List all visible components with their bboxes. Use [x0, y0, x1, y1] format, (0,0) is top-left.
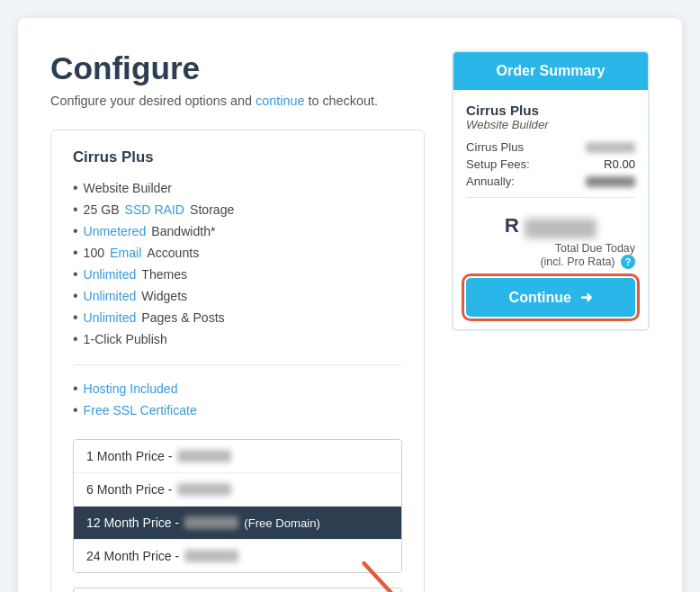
- option-12month[interactable]: 12 Month Price - (Free Domain): [74, 507, 401, 540]
- order-summary-header: Order Summary: [453, 52, 648, 90]
- feature-hosting: Hosting Included: [73, 378, 402, 399]
- option-1month-price: [177, 450, 231, 462]
- option-1month[interactable]: 1 Month Price -: [74, 440, 401, 473]
- option-24month-label: 24 Month Price -: [86, 549, 179, 563]
- extra-feature-list: Hosting Included Free SSL Certificate: [73, 378, 402, 421]
- feature-list: Website Builder 25 GB SSD RAID Storage U…: [73, 177, 402, 350]
- option-6month[interactable]: 6 Month Price -: [74, 473, 401, 507]
- order-cirrus-price: [586, 142, 635, 153]
- order-plan-name: Cirrus Plus: [466, 103, 635, 118]
- feature-publish: 1-Click Publish: [73, 328, 402, 350]
- feature-ssl: Free SSL Certificate: [73, 399, 402, 421]
- continue-arrow-icon: ➜: [580, 290, 592, 305]
- continue-button[interactable]: Continue ➜: [466, 278, 635, 317]
- feature-themes: Unlimited Themes: [73, 264, 402, 285]
- page-container: Configure Configure your desired options…: [18, 18, 682, 592]
- feature-divider: [73, 364, 402, 365]
- main-content: Configure Configure your desired options…: [50, 50, 425, 592]
- option-24month[interactable]: 24 Month Price -: [74, 540, 401, 572]
- option-12month-label: 12 Month Price -: [86, 516, 179, 530]
- order-setup-label: Setup Fees:: [466, 157, 530, 171]
- total-price-row: R: [466, 207, 635, 242]
- plan-title: Cirrus Plus: [73, 148, 402, 166]
- feature-storage: 25 GB SSD RAID Storage: [73, 199, 402, 220]
- total-label: Total Due Today (incl. Pro Rata) ?: [466, 242, 635, 269]
- feature-bandwidth: Unmetered Bandwidth*: [73, 220, 402, 242]
- currency-symbol: R: [505, 214, 519, 237]
- plan-box: Cirrus Plus Website Builder 25 GB SSD RA…: [50, 130, 425, 592]
- order-cirrus-label: Cirrus Plus: [466, 140, 524, 154]
- option-1month-label: 1 Month Price -: [86, 449, 172, 463]
- feature-pages: Unlimited Pages & Posts: [73, 307, 402, 328]
- pricing-dropdown[interactable]: 1 Month Price - 6 Month Price - 12 Month…: [73, 439, 402, 573]
- order-summary-box: Order Summary Cirrus Plus Website Builde…: [452, 50, 650, 331]
- order-summary-body: Cirrus Plus Website Builder Cirrus Plus …: [453, 90, 648, 329]
- option-6month-label: 6 Month Price -: [86, 482, 172, 497]
- page-subtitle: Configure your desired options and conti…: [50, 94, 425, 108]
- option-12month-price: [184, 516, 238, 529]
- page-title: Configure: [50, 50, 425, 86]
- order-row-setup: Setup Fees: R0.00: [466, 157, 635, 171]
- feature-website-builder: Website Builder: [73, 177, 402, 199]
- free-domain-badge-12: (Free Domain): [244, 516, 320, 530]
- option-24month-price: [184, 550, 238, 562]
- sidebar: Order Summary Cirrus Plus Website Builde…: [452, 50, 650, 592]
- feature-widgets: Unlimited Widgets: [73, 285, 402, 307]
- order-divider: [466, 197, 635, 198]
- order-annually-label: Annually:: [466, 175, 515, 188]
- order-annually-price: [586, 176, 635, 187]
- total-price-blur: [525, 219, 597, 238]
- feature-email: 100 Email Accounts: [73, 242, 402, 264]
- pro-rata-icon[interactable]: ?: [621, 255, 635, 269]
- order-row-annually: Annually:: [466, 175, 635, 188]
- order-setup-value: R0.00: [604, 157, 635, 171]
- continue-link[interactable]: continue: [256, 94, 304, 108]
- order-plan-sub: Website Builder: [466, 118, 635, 131]
- option-6month-price: [177, 483, 231, 496]
- selected-option-row[interactable]: 12 Month Price - (Free Domain) ⇕: [73, 588, 402, 592]
- order-row-cirrus: Cirrus Plus: [466, 140, 635, 154]
